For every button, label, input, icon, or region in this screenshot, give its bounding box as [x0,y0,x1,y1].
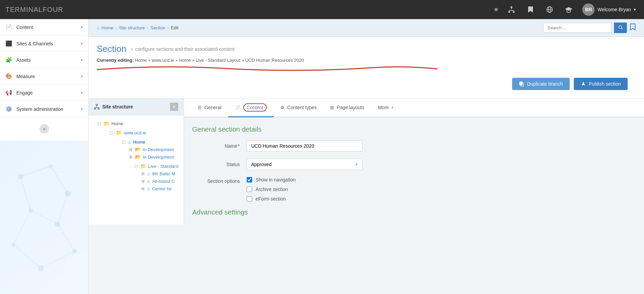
globe-icon[interactable] [541,0,558,19]
sidebar-item-assets[interactable]: 🧩 Assets ▾ [0,52,88,68]
svg-line-20 [51,166,68,194]
network-svg [0,141,88,294]
search-area [543,23,636,33]
checkbox-group: Show in navigation Archive section eForm… [247,177,296,202]
breadcrumb-site-structure[interactable]: Site structure [119,25,145,30]
tree-row-centre-for[interactable]: ⊞ ⌂ Centre for [138,185,184,192]
chevron-down-icon: ▾ [392,105,394,110]
tab-general[interactable]: ☰ General [191,100,228,116]
assets-icon: 🧩 [5,57,12,63]
avatar: BR [582,3,595,16]
svg-rect-1 [508,11,510,13]
breadcrumb-bar: ⌂ Home › Site structure › Section › Edit [89,19,644,37]
currently-editing-label: Currently editing: [97,58,134,63]
svg-rect-0 [511,6,512,8]
tree-row-www-ucd[interactable]: ▢ 📁 www.ucd.ie [106,129,184,136]
page-layouts-tab-icon: ⊞ [330,105,334,110]
svg-rect-33 [94,108,96,109]
tree-label: In Development [143,155,174,160]
folder-icon: 📁 [140,163,146,169]
expand-icon: ⊞ [140,179,145,183]
sidebar-item-content[interactable]: 📄 Content ▾ [0,19,88,35]
tree-label: Home [111,121,123,126]
tree-row-in-dev-1[interactable]: ⊞ 📂 In Development [125,146,184,153]
search-button[interactable] [614,23,627,33]
required-star: * [238,143,240,149]
app-layout: 📄 Content ▾ ⬛ Sites & Channels ▾ 🧩 Asset… [0,19,644,294]
home-icon: ⌂ [147,178,150,184]
eform-section-row: eForm section [247,196,296,202]
publish-section-button[interactable]: Publish section [574,78,628,90]
folder-icon: 📁 [104,121,109,126]
chevron-down-icon: ▾ [81,107,83,112]
svg-point-28 [619,26,622,28]
tree-row-in-dev-2[interactable]: ⊞ 📂 In Development [125,153,184,161]
sidebar-item-sites-channels[interactable]: ⬛ Sites & Channels ▾ [0,35,88,52]
duplicate-branch-button[interactable]: Duplicate branch [512,78,570,90]
publish-section-label: Publish section [589,81,621,87]
tab-content-types-label: Content types [287,105,317,110]
name-label: Name* [192,143,247,149]
page-bookmark-icon[interactable] [630,23,636,32]
status-select[interactable]: Approved Pending Inactive [247,159,363,170]
show-navigation-checkbox[interactable] [247,177,252,182]
tree-node-home-current: ▢ ⌂ Home ⊞ 📂 In De [113,136,184,196]
expand-icon: ▢ [109,131,114,135]
tree-row-all-island[interactable]: ⊞ ⌂ All-Island C [138,177,184,185]
advanced-settings-heading: Advanced settings [192,208,636,216]
sidebar-item-engage[interactable]: 📢 Engage ▾ [0,85,88,101]
sidebar-item-label: Content [16,25,33,30]
top-navigation: TERMINALFOUR BR Welcome Bryan ▾ [0,0,644,19]
sidebar-item-label: Engage [16,90,33,95]
sidebar-item-system-admin[interactable]: ⚙️ System administration ▾ [0,101,88,117]
page-title: Section [97,44,126,54]
form-row-section-options: Section options Show in navigation Archi… [192,177,636,202]
svg-line-22 [58,193,68,224]
archive-section-label: Archive section [256,187,288,192]
graduation-cap-icon[interactable] [561,0,577,19]
sitemap-icon[interactable] [503,0,520,19]
tree-label: 8th Baltic M [152,171,175,176]
chevron-down-icon: ▾ [81,74,83,79]
top-nav-icons: BR Welcome Bryan ▾ [492,0,639,19]
breadcrumb-separator: › [167,25,169,30]
name-input[interactable] [247,140,363,152]
panel-header: Site structure ✕ [89,99,184,115]
breadcrumb-home[interactable]: Home [102,25,113,30]
sidebar-item-label: Assets [16,57,31,63]
breadcrumb-section[interactable]: Section [151,25,165,30]
user-menu[interactable]: BR Welcome Bryan ▾ [580,3,639,16]
tab-content-types[interactable]: ⚙ Content types [274,100,323,116]
breadcrumb: ⌂ Home › Site structure › Section › Edit [97,25,179,30]
page-subtitle: configure sections and their associated … [131,46,235,52]
show-nav-row: Show in navigation [247,177,296,182]
archive-section-row: Archive section [247,187,296,192]
sidebar-collapse-button[interactable]: « [40,124,49,134]
sidebar-item-measure[interactable]: 🎨 Measure ▾ [0,68,88,85]
tab-content[interactable]: 📄 Content [228,99,274,117]
sidebar-background-decoration [0,141,88,294]
folder-icon: 📁 [116,130,122,135]
bookmark-icon[interactable] [522,0,539,19]
tab-page-layouts[interactable]: ⊞ Page layouts [323,100,371,116]
search-input[interactable] [543,23,611,33]
chevron-down-icon: ▾ [81,90,83,95]
content-types-tab-icon: ⚙ [280,105,285,110]
tab-more[interactable]: More ▾ [371,100,400,116]
tree-row-8th-baltic[interactable]: ⊞ ⌂ 8th Baltic M [138,170,184,177]
archive-section-checkbox[interactable] [247,187,252,192]
panel-close-button[interactable]: ✕ [170,103,178,111]
page-header: Section configure sections and their ass… [89,37,644,99]
tree-row-home-root[interactable]: ▢ 📁 Home [94,120,184,127]
tree-row-home-current[interactable]: ▢ ⌂ Home [119,138,184,146]
nav-dot [494,8,498,11]
sites-icon: ⬛ [5,40,12,47]
content-icon: 📄 [5,24,12,30]
svg-rect-32 [96,104,97,105]
system-admin-icon: ⚙️ [5,106,12,112]
tree-row-live-standard[interactable]: ▢ 📁 Live - Standard [131,162,184,170]
user-label: Welcome Bryan [597,7,631,12]
tab-content-label: Content [243,103,267,112]
tree-node-live-standard: ▢ 📁 Live - Standard ⊞ [125,161,184,194]
eform-section-checkbox[interactable] [247,196,252,202]
